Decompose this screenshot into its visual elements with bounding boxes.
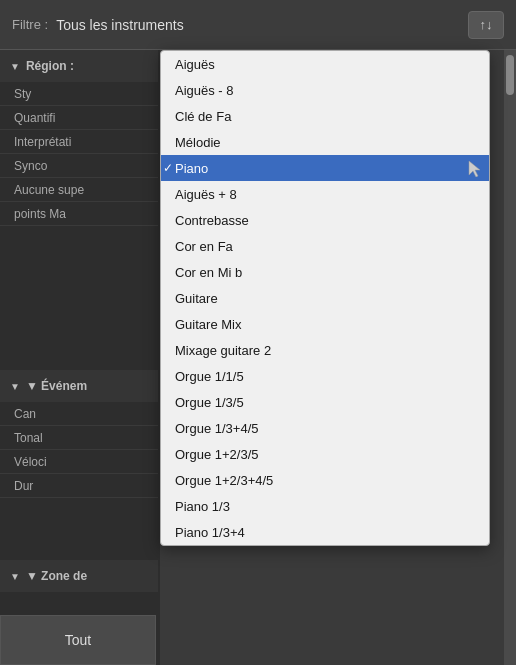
instrument-dropdown: AiguësAiguës - 8Clé de FaMélodie✓PianoAi…	[160, 50, 490, 546]
dropdown-item-3[interactable]: Mélodie	[161, 129, 489, 155]
sidebar-row-style: Sty	[0, 82, 158, 106]
tout-label: Tout	[65, 632, 91, 648]
dropdown-item-8[interactable]: Cor en Mi b	[161, 259, 489, 285]
dropdown-item-label: Orgue 1/1/5	[175, 369, 244, 384]
dropdown-item-label: Orgue 1/3/5	[175, 395, 244, 410]
dropdown-item-label: Mixage guitare 2	[175, 343, 271, 358]
dropdown-item-label: Orgue 1+2/3/5	[175, 447, 258, 462]
sidebar-row-veloci: Véloci	[0, 450, 158, 474]
tout-button[interactable]: Tout	[0, 615, 156, 665]
region-section: ▼ Région : Sty Quantifi Interprétati Syn…	[0, 50, 158, 226]
transpose-icon: ↑↓	[480, 17, 493, 32]
dropdown-item-label: Aiguës	[175, 57, 215, 72]
dropdown-item-11[interactable]: Mixage guitare 2	[161, 337, 489, 363]
dropdown-item-18[interactable]: Piano 1/3+4	[161, 519, 489, 545]
dropdown-item-label: Guitare Mix	[175, 317, 241, 332]
dropdown-item-label: Guitare	[175, 291, 218, 306]
dropdown-item-label: Contrebasse	[175, 213, 249, 228]
dropdown-item-13[interactable]: Orgue 1/3/5	[161, 389, 489, 415]
dropdown-item-label: Mélodie	[175, 135, 221, 150]
dropdown-item-15[interactable]: Orgue 1+2/3/5	[161, 441, 489, 467]
header-bar: Filtre : Tous les instruments ↑↓	[0, 0, 516, 50]
dropdown-item-14[interactable]: Orgue 1/3+4/5	[161, 415, 489, 441]
dropdown-item-1[interactable]: Aiguës - 8	[161, 77, 489, 103]
dropdown-item-10[interactable]: Guitare Mix	[161, 311, 489, 337]
dropdown-item-9[interactable]: Guitare	[161, 285, 489, 311]
dropdown-item-6[interactable]: Contrebasse	[161, 207, 489, 233]
sidebar-row-synco: Synco	[0, 154, 158, 178]
dropdown-item-2[interactable]: Clé de Fa	[161, 103, 489, 129]
filter-value: Tous les instruments	[56, 17, 184, 33]
sidebar-row-tonal: Tonal	[0, 426, 158, 450]
dropdown-item-17[interactable]: Piano 1/3	[161, 493, 489, 519]
cursor-indicator	[467, 158, 481, 178]
dropdown-item-16[interactable]: Orgue 1+2/3+4/5	[161, 467, 489, 493]
zone-section: ▼ ▼ Zone de	[0, 560, 158, 592]
dropdown-item-0[interactable]: Aiguës	[161, 51, 489, 77]
dropdown-item-label: Piano 1/3	[175, 499, 230, 514]
region-label: Région :	[26, 59, 74, 73]
sidebar-row-interpret: Interprétati	[0, 130, 158, 154]
dropdown-item-12[interactable]: Orgue 1/1/5	[161, 363, 489, 389]
triangle-icon: ▼	[10, 61, 20, 72]
transpose-button[interactable]: ↑↓	[468, 11, 504, 39]
dropdown-item-label: Aiguës - 8	[175, 83, 234, 98]
dropdown-item-label: Piano 1/3+4	[175, 525, 245, 540]
triangle-icon-2: ▼	[10, 381, 20, 392]
dropdown-item-label: Cor en Mi b	[175, 265, 242, 280]
dropdown-item-4[interactable]: ✓Piano	[161, 155, 489, 181]
sidebar-row-points: points Ma	[0, 202, 158, 226]
sidebar-row-aucune: Aucune supe	[0, 178, 158, 202]
zone-header[interactable]: ▼ ▼ Zone de	[0, 560, 158, 592]
dropdown-item-5[interactable]: Aiguës + 8	[161, 181, 489, 207]
dropdown-item-7[interactable]: Cor en Fa	[161, 233, 489, 259]
scrollbar-thumb[interactable]	[506, 55, 514, 95]
sidebar-row-can: Can	[0, 402, 158, 426]
dropdown-item-label: Orgue 1+2/3+4/5	[175, 473, 273, 488]
filter-label: Filtre :	[12, 17, 48, 32]
event-section: ▼ ▼ Événem Can Tonal Véloci Dur	[0, 370, 158, 498]
dropdown-item-label: Clé de Fa	[175, 109, 231, 124]
dropdown-item-label: Cor en Fa	[175, 239, 233, 254]
sidebar-row-dur: Dur	[0, 474, 158, 498]
event-header[interactable]: ▼ ▼ Événem	[0, 370, 158, 402]
sidebar-row-quantif: Quantifi	[0, 106, 158, 130]
scrollbar-track[interactable]	[504, 50, 516, 665]
checkmark-icon: ✓	[163, 161, 173, 175]
dropdown-item-label: Orgue 1/3+4/5	[175, 421, 258, 436]
dropdown-item-label: Piano	[175, 161, 208, 176]
region-header[interactable]: ▼ Région :	[0, 50, 158, 82]
triangle-icon-3: ▼	[10, 571, 20, 582]
dropdown-item-label: Aiguës + 8	[175, 187, 237, 202]
